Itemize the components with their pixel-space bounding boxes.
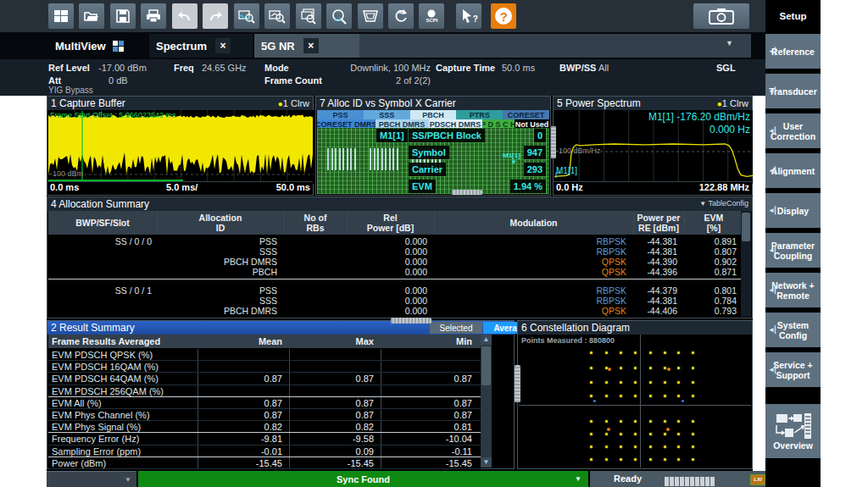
sidebar-button-system-config[interactable]: System Config◄▏ (765, 313, 821, 347)
table-config-dropdown-icon: ▼ (699, 200, 708, 208)
sidebar-button-overview[interactable]: Overview (765, 404, 821, 458)
capture-time-value[interactable]: 50.0 ms (502, 63, 535, 73)
submenu-arrow-icon: ◄▏ (768, 126, 780, 136)
scrollbar-thumb[interactable] (481, 346, 491, 385)
sidebar-button-network-remote[interactable]: Network + Remote◄▏ (765, 273, 821, 307)
column-divider (198, 421, 198, 432)
windows-icon[interactable] (48, 3, 74, 29)
bwp-slot-cell: SS / 0 / 0 (48, 236, 152, 246)
cell: 0.807 (684, 246, 737, 257)
zoom-trace-icon[interactable] (234, 3, 259, 29)
constellation-point (664, 395, 666, 397)
tab-spectrum-close-icon[interactable]: × (215, 38, 231, 53)
print-icon[interactable] (141, 3, 166, 29)
constellation-point (649, 395, 652, 397)
bwp-ss-value[interactable]: All (598, 63, 609, 73)
points-measured-label: Points Measured : 880800 (521, 336, 615, 345)
freq-value[interactable]: 24.65 GHz (202, 63, 247, 73)
constellation-panel[interactable]: 6 Constellation Diagram Points Measured … (517, 320, 753, 469)
constellation-point (590, 395, 593, 397)
tab-spectrum[interactable]: Spectrum × (149, 34, 253, 58)
scroll-down-icon[interactable]: ▼ (481, 457, 492, 468)
mode-label: Mode (264, 63, 289, 73)
zoom-multi-icon[interactable] (296, 3, 321, 29)
scroll-up-icon[interactable]: ▲ (481, 335, 492, 345)
zoom-area-icon[interactable] (264, 3, 290, 29)
splitter-grip-horizontal[interactable] (391, 318, 431, 324)
allocation-summary-panel[interactable]: 4 Allocation Summary ▼ TableConfig BWP/S… (47, 196, 753, 318)
zoom-1to1-icon[interactable]: 1:1 (326, 3, 352, 29)
alloc-id-panel[interactable]: 7 Alloc ID vs Symbol X Carrier PSSSSSPBC… (315, 96, 551, 196)
value-cell (381, 385, 472, 397)
status-dropdown-icon: ▼ (125, 476, 131, 484)
table-row: SSS0.000RBPSK-44.3810.784 (48, 296, 743, 306)
camera-button[interactable] (693, 3, 749, 29)
power-spectrum-plot[interactable]: M1[1] -176.20 dBm/Hz 0.000 Hz -100 dBm/H… (554, 110, 753, 184)
ref-level-value[interactable]: -17.00 dBm (98, 63, 147, 73)
column-divider (289, 433, 290, 444)
tabbar-dropdown-icon[interactable]: ▼ (726, 39, 733, 47)
sidebar-button-reference[interactable]: Reference◄▏ (765, 34, 821, 69)
save-icon[interactable] (110, 3, 136, 29)
scpi-icon[interactable]: SCPI (419, 3, 444, 29)
status-bar: ▼ Sync Found ▼ Ready LXI 12.06.201813:28… (47, 471, 821, 487)
resource-stripe (339, 148, 341, 170)
capture-buffer-panel[interactable]: 1 Capture Buffer ●1 Clrw Frame Start Off… (47, 96, 314, 196)
sweep-refresh-icon[interactable]: s (388, 3, 414, 29)
power-spectrum-panel[interactable]: 5 Power Spectrum ●1 Clrw M1[1] -176.20 d… (553, 96, 753, 196)
table-row: PBCH DMRS0.000QPSK-44.4060.793 (48, 306, 743, 316)
sidebar-overview-label: Overview (773, 440, 813, 451)
status-dropdown[interactable]: ▼ (47, 471, 136, 487)
display-icon[interactable] (358, 3, 383, 29)
help-icon[interactable]: ? (491, 3, 516, 29)
mode-value[interactable]: Downlink, 100 MHz (335, 63, 431, 73)
column-divider (198, 361, 198, 372)
cell: 0.793 (684, 306, 737, 316)
constellation-point (664, 381, 666, 384)
sidebar-button-parameter-coupling[interactable]: Parameter Coupling◄▏ (765, 233, 821, 268)
constellation-point (620, 458, 622, 461)
splitter-grip-vertical[interactable] (551, 126, 556, 158)
sgl-badge: SGL (716, 63, 736, 73)
constellation-point-blue (682, 400, 684, 402)
cell: PBCH DMRS (157, 257, 277, 267)
tab-5gnr-close-icon[interactable]: × (303, 38, 319, 53)
pointer-help-icon[interactable]: ? (456, 3, 481, 29)
main-area: 1 Capture Buffer ●1 Clrw Frame Start Off… (47, 96, 753, 471)
constellation-plot[interactable]: Points Measured : 880800 (519, 335, 751, 468)
tab-5gnr[interactable]: 5G NR × (254, 34, 359, 58)
result-summary-panel[interactable]: 2 Result Summary Selected Averaged Frame… (47, 320, 515, 469)
sidebar-button-alignment[interactable]: Alignment◄▏ (765, 153, 821, 188)
value-cell: -15.45 (381, 457, 472, 469)
constellation-point (605, 351, 608, 354)
cell: 0.000 (347, 267, 427, 277)
tab-multiview[interactable]: MultiView (48, 34, 148, 58)
column-divider (289, 385, 290, 396)
alloc-grid[interactable]: M1[1]SS/PBCH Block0Symbol947Carrier293EV… (317, 128, 549, 194)
scrollbar-thumb[interactable] (742, 213, 750, 241)
table-row: EVM PDSCH 64QAM (%)0.870.870.87 (48, 373, 481, 385)
sidebar-button-transducer[interactable]: Transducer◄▏ (765, 74, 821, 108)
capture-x-axis: 0.0 ms 5.0 ms/ 50.0 ms (47, 181, 313, 195)
value-cell: 0.09 (289, 445, 374, 457)
sidebar-button-display[interactable]: Display◄▏ (765, 193, 821, 228)
cell: 0.871 (684, 267, 737, 277)
splitter-grip-vertical[interactable] (515, 365, 520, 402)
capture-buffer-plot[interactable]: Frame Start Offset : 5.966023542 ms -100… (48, 110, 314, 184)
att-value[interactable]: 0 dB (108, 75, 128, 86)
column-divider (198, 445, 198, 457)
alloc-table-scrollbar[interactable] (741, 211, 751, 317)
splitter-grip-horizontal[interactable] (452, 190, 482, 195)
column-divider (381, 433, 381, 444)
column-divider (289, 445, 290, 457)
sync-status-bar[interactable]: Sync Found ▼ (138, 471, 588, 487)
open-folder-icon[interactable] (79, 3, 104, 29)
toggle-selected[interactable]: Selected (430, 322, 482, 334)
sidebar-button-service-support[interactable]: Service + Support◄▏ (765, 352, 821, 387)
constellation-point (634, 433, 637, 435)
constellation-point (664, 458, 666, 461)
sidebar-button-user-correction[interactable]: User Correction◄▏ (765, 113, 821, 148)
result-table-scrollbar[interactable]: ▲ ▼ (481, 335, 492, 468)
table-config-button[interactable]: ▼ TableConfig (699, 199, 748, 208)
frame-count-value[interactable]: 2 of 2(2) (335, 75, 431, 86)
